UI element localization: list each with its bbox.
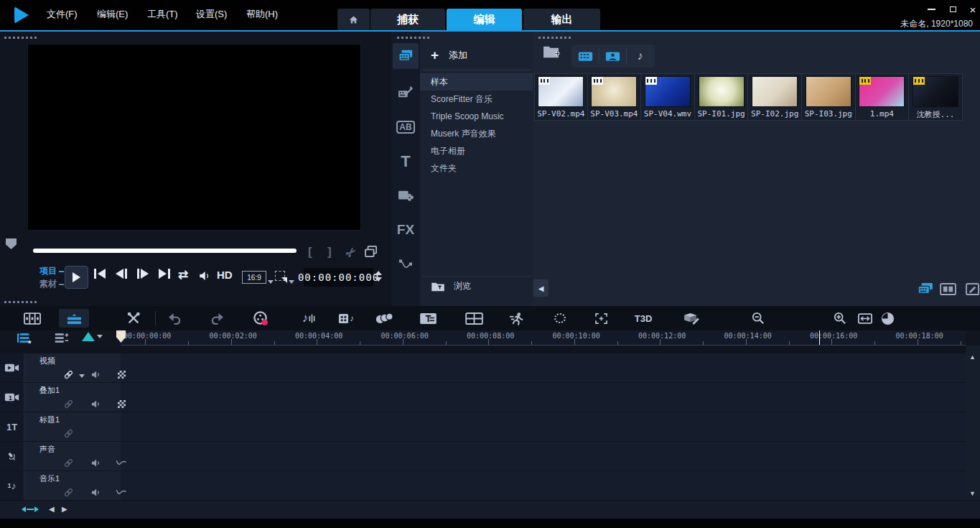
scrubber-bar[interactable] (33, 249, 297, 253)
go-to-start-button[interactable] (94, 269, 106, 279)
music-waveform-button[interactable] (113, 486, 129, 498)
go-to-end-button[interactable] (159, 269, 170, 279)
media-thumbnail[interactable]: SP-V03.mp4 (588, 73, 642, 121)
menu-file[interactable]: 文件(F) (47, 8, 78, 21)
media-thumbnail[interactable]: SP-I01.jpg (695, 73, 749, 121)
mark-in-button[interactable]: [ (308, 245, 312, 259)
filter-audio-button[interactable]: ♪ (626, 48, 653, 64)
minimize-button[interactable] (923, 3, 939, 16)
video-track-header[interactable]: 视频 (0, 353, 121, 382)
video-link-button[interactable] (60, 369, 76, 380)
video-link-dropdown[interactable] (79, 374, 85, 378)
timeline-view-button[interactable] (59, 309, 89, 328)
aspect-ratio-select[interactable]: 16:9 (242, 271, 266, 284)
thumbnail-image[interactable] (752, 76, 798, 107)
track-manager-button[interactable] (16, 331, 33, 345)
voice-link-button[interactable] (60, 457, 76, 468)
thumbnail-image[interactable] (806, 76, 851, 107)
timecode-spinner[interactable] (375, 271, 382, 282)
library-panel-drag-handle[interactable] (397, 37, 429, 40)
overlay-mute-button[interactable] (88, 398, 103, 409)
collapse-library-button[interactable]: ◀ (533, 279, 549, 297)
aspect-dropdown-arrow[interactable] (268, 280, 274, 284)
enlarge-preview-button[interactable] (365, 246, 378, 257)
media-thumbnail[interactable]: 沈教授... (909, 73, 963, 121)
storyboard-view-button[interactable] (19, 309, 45, 328)
close-button[interactable]: × (965, 3, 980, 16)
split-clip-button[interactable]: ✂ (342, 244, 360, 261)
clip-mode-label[interactable]: 素材 (39, 278, 64, 290)
tools-menu-button[interactable] (121, 309, 146, 328)
thumbnail-image[interactable] (913, 76, 958, 107)
music-track-lane[interactable] (121, 471, 966, 500)
redo-button[interactable] (204, 309, 230, 328)
media-thumbnail[interactable]: SP-I02.jpg (748, 73, 802, 121)
next-frame-button[interactable] (137, 269, 149, 279)
sound-mixer-button[interactable]: ♪ (296, 309, 322, 328)
video-transparency-button[interactable] (113, 369, 129, 380)
sidebar-transition-button[interactable]: AB (393, 114, 419, 140)
selection-tool-button[interactable] (275, 271, 285, 281)
overlay-track-lane[interactable] (121, 383, 966, 412)
voice-waveform-button[interactable] (113, 457, 129, 468)
music-mute-button[interactable] (88, 486, 103, 498)
trim-marker[interactable] (6, 238, 17, 249)
media-thumbnail[interactable]: SP-V04.wmv (641, 73, 695, 121)
options-panel-toggle[interactable] (939, 282, 957, 296)
voice-mute-button[interactable] (88, 457, 103, 468)
timeline-scroll-left-button[interactable]: ◀ (49, 505, 55, 513)
scroll-down-arrow[interactable]: ▼ (969, 490, 976, 497)
play-button[interactable] (65, 266, 88, 289)
sidebar-overlay-button[interactable] (393, 182, 419, 208)
hd-preview-button[interactable]: HD (217, 269, 233, 281)
edit-panel-toggle[interactable] (963, 282, 980, 296)
library-panel-toggle[interactable] (916, 282, 934, 296)
auto-music-button[interactable]: ♪ (333, 309, 359, 328)
media-thumbnail[interactable]: 1.mp4 (856, 73, 910, 121)
painting-creator-button[interactable] (678, 309, 704, 328)
nav-item-folders[interactable]: 文件夹 (420, 159, 533, 177)
pan-zoom-button[interactable] (371, 309, 397, 328)
thumbnail-image[interactable] (591, 76, 637, 107)
thumbnail-image[interactable] (859, 76, 905, 107)
add-remove-track-button[interactable] (53, 331, 70, 345)
media-thumbnail[interactable]: SP-I03.jpg (802, 73, 856, 121)
volume-button[interactable] (198, 269, 211, 282)
nav-item-triple-scoop[interactable]: Triple Scoop Music (420, 108, 533, 125)
media-thumbnail[interactable]: SP-V02.mp4 (534, 73, 588, 121)
project-mode-label[interactable]: 项目 (39, 265, 64, 277)
title-3d-button[interactable]: T3D (630, 309, 656, 328)
menu-tools[interactable]: 工具(T) (147, 8, 178, 21)
thumbnail-image[interactable] (538, 76, 584, 107)
ripple-edit-button[interactable] (82, 332, 103, 341)
split-screen-template-button[interactable] (461, 309, 487, 328)
multicam-editor-button[interactable] (588, 309, 614, 328)
filter-photos-button[interactable] (599, 48, 626, 64)
tab-edit[interactable]: 编辑 (447, 9, 522, 30)
voice-track-header[interactable]: 声音 (0, 442, 121, 471)
zoom-out-button[interactable] (745, 309, 771, 328)
import-media-button[interactable] (543, 45, 561, 60)
motion-tracking-button[interactable] (504, 309, 530, 328)
sidebar-motion-path-button[interactable] (393, 251, 419, 277)
preview-timecode[interactable]: 00:00:00:000 (304, 268, 373, 287)
gallery-drag-handle[interactable] (538, 37, 571, 40)
restore-button[interactable] (945, 3, 961, 16)
tracks-scrollbar[interactable] (966, 346, 980, 500)
thumbnail-image[interactable] (699, 76, 745, 107)
thumbnail-image[interactable] (645, 76, 691, 107)
preview-panel-drag-handle[interactable] (4, 37, 37, 40)
filter-videos-button[interactable] (571, 48, 599, 64)
nav-item-samples[interactable]: 样本 (420, 73, 533, 91)
overlay-transparency-button[interactable] (113, 398, 129, 409)
title-track-header[interactable]: 1T 标题1 (0, 412, 121, 441)
add-folder-button[interactable]: + 添加 (431, 47, 467, 63)
nav-item-scorefitter[interactable]: ScoreFitter 音乐 (420, 91, 533, 108)
sidebar-filter-button[interactable]: FX (393, 217, 419, 243)
zoom-in-button[interactable] (827, 309, 853, 328)
ripple-edit-dropdown[interactable] (97, 335, 103, 338)
sidebar-instant-project-button[interactable] (393, 80, 419, 106)
undo-button[interactable] (162, 309, 187, 328)
music-link-button[interactable] (60, 486, 76, 498)
overlay-track-header[interactable]: 1 叠加1 (0, 383, 121, 412)
